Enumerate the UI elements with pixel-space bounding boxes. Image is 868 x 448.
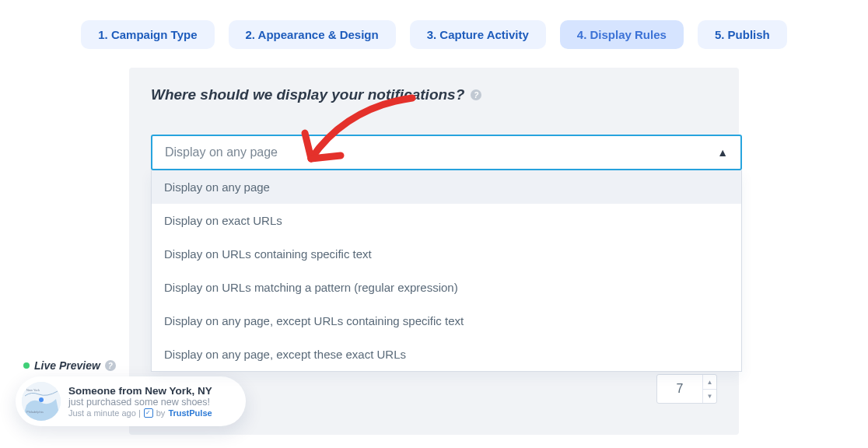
panel-heading-text: Where should we display your notificatio… [151, 86, 464, 103]
step-label: 5. Publish [715, 28, 770, 41]
map-thumbnail-icon: Philadelphia New York [22, 382, 61, 421]
svg-text:New York: New York [26, 388, 40, 392]
stepper-up-icon[interactable]: ▲ [703, 375, 716, 389]
display-option[interactable]: Display on any page [152, 170, 741, 204]
preview-time: Just a minute ago | [68, 408, 141, 418]
stepper: ▲ ▼ [702, 375, 716, 403]
delay-value: 7 [657, 382, 702, 396]
step-campaign-type[interactable]: 1. Campaign Type [81, 20, 214, 49]
status-dot-icon [23, 362, 30, 369]
live-preview-heading: Live Preview ? [23, 359, 116, 372]
display-option[interactable]: Display on any page, except URLs contain… [152, 304, 741, 338]
preview-subtitle: just purchased some new shoes! [68, 397, 212, 408]
preview-body: Someone from New York, NY just purchased… [68, 385, 212, 418]
display-on-select-input[interactable]: Display on any page ▲ [151, 135, 742, 170]
display-option[interactable]: Display on exact URLs [152, 204, 741, 237]
step-capture-activity[interactable]: 3. Capture Activity [410, 20, 546, 49]
display-option[interactable]: Display on URLs matching a pattern (regu… [152, 271, 741, 304]
preview-by: by [156, 408, 166, 418]
live-preview-label: Live Preview [34, 359, 100, 372]
step-label: 3. Capture Activity [427, 28, 529, 41]
step-label: 4. Display Rules [577, 28, 667, 41]
svg-text:Philadelphia: Philadelphia [26, 410, 44, 414]
display-on-select[interactable]: Display on any page ▲ Display on any pag… [151, 135, 742, 170]
delay-input[interactable]: 7 ▲ ▼ [656, 374, 717, 404]
help-icon[interactable]: ? [471, 89, 481, 100]
step-publish[interactable]: 5. Publish [698, 20, 787, 49]
step-display-rules[interactable]: 4. Display Rules [560, 20, 684, 49]
stepper-down-icon[interactable]: ▼ [703, 389, 716, 403]
preview-title: Someone from New York, NY [68, 385, 212, 397]
preview-brand: TrustPulse [168, 408, 212, 418]
display-option[interactable]: Display on any page, except these exact … [152, 338, 741, 371]
verified-badge-icon: ✓ [144, 408, 153, 418]
display-option[interactable]: Display on URLs containing specific text [152, 237, 741, 271]
chevron-up-icon: ▲ [717, 146, 728, 159]
help-icon[interactable]: ? [105, 360, 116, 371]
svg-point-1 [39, 397, 44, 402]
display-on-select-list: Display on any page Display on exact URL… [151, 170, 742, 372]
preview-footer: Just a minute ago | ✓ by TrustPulse [68, 408, 212, 418]
step-appearance[interactable]: 2. Appearance & Design [229, 20, 396, 49]
step-label: 1. Campaign Type [98, 28, 197, 41]
step-label: 2. Appearance & Design [246, 28, 379, 41]
display-on-select-value: Display on any page [165, 145, 278, 159]
wizard-steps: 1. Campaign Type 2. Appearance & Design … [0, 0, 868, 60]
panel-heading: Where should we display your notificatio… [151, 86, 717, 103]
notification-preview-card: Philadelphia New York Someone from New Y… [16, 376, 246, 426]
